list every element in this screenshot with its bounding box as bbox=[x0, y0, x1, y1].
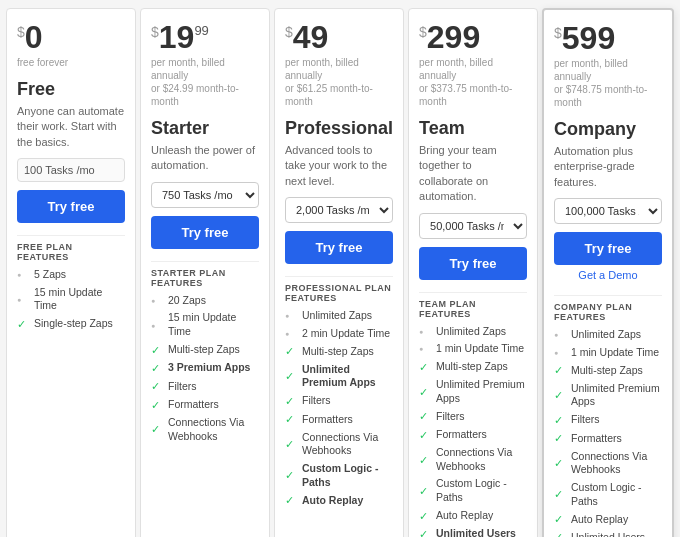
feature-text: Formatters bbox=[436, 428, 487, 442]
features-header: FREE PLAN FEATURES bbox=[17, 242, 125, 262]
feature-item: ✓Multi-step Zaps bbox=[419, 360, 527, 374]
feature-item: ●15 min Update Time bbox=[17, 286, 125, 313]
price-line: $299 bbox=[419, 21, 527, 53]
plan-card-free: $0free foreverFreeAnyone can automate th… bbox=[6, 8, 136, 537]
divider bbox=[151, 261, 259, 262]
plan-card-company: $599per month, billed annually or $748.7… bbox=[542, 8, 674, 537]
try-free-button-professional[interactable]: Try free bbox=[285, 231, 393, 264]
check-icon: ✓ bbox=[554, 363, 567, 377]
try-free-button-free[interactable]: Try free bbox=[17, 190, 125, 223]
pricing-container: $0free foreverFreeAnyone can automate th… bbox=[0, 0, 680, 537]
feature-item: ✓Filters bbox=[554, 413, 662, 427]
feature-item: ✓Connections Via Webhooks bbox=[419, 446, 527, 473]
feature-text: Auto Replay bbox=[436, 509, 493, 523]
check-icon: ✓ bbox=[151, 379, 164, 393]
feature-text: Custom Logic - Paths bbox=[571, 481, 662, 508]
price-line: $49 bbox=[285, 21, 393, 53]
features-header: PROFESSIONAL PLAN FEATURES bbox=[285, 283, 393, 303]
feature-item: ✓Formatters bbox=[554, 431, 662, 445]
plan-desc: Automation plus enterprise-grade feature… bbox=[554, 144, 662, 190]
try-free-button-team[interactable]: Try free bbox=[419, 247, 527, 280]
feature-text: 1 min Update Time bbox=[436, 342, 524, 356]
feature-item: ✓Formatters bbox=[419, 428, 527, 442]
currency-symbol: $ bbox=[151, 25, 159, 39]
feature-item: ✓Filters bbox=[285, 394, 393, 408]
feature-item: ●2 min Update Time bbox=[285, 327, 393, 341]
feature-text: Multi-step Zaps bbox=[571, 364, 643, 378]
dot-icon: ● bbox=[554, 330, 567, 339]
feature-item: ✓Connections Via Webhooks bbox=[285, 431, 393, 458]
plan-desc: Unleash the power of automation. bbox=[151, 143, 259, 174]
price-sub: per month, billed annually or $24.99 mon… bbox=[151, 56, 259, 108]
check-icon: ✓ bbox=[419, 428, 432, 442]
price-sub: free forever bbox=[17, 56, 125, 69]
check-icon: ✓ bbox=[554, 512, 567, 526]
price-block: $49per month, billed annually or $61.25 … bbox=[285, 21, 393, 108]
feature-item: ✓Unlimited Users bbox=[554, 530, 662, 537]
price-sub: per month, billed annually or $748.75 mo… bbox=[554, 57, 662, 109]
tasks-select[interactable]: 50,000 Tasks /mo bbox=[419, 213, 527, 239]
check-icon: ✓ bbox=[419, 385, 432, 399]
feature-item: ✓Formatters bbox=[151, 398, 259, 412]
dot-icon: ● bbox=[554, 348, 567, 357]
check-icon: ✓ bbox=[285, 493, 298, 507]
tasks-static: 100 Tasks /mo bbox=[17, 158, 125, 182]
price-amount: 599 bbox=[562, 22, 615, 54]
check-icon: ✓ bbox=[419, 484, 432, 498]
get-demo-link[interactable]: Get a Demo bbox=[554, 269, 662, 281]
feature-text: Multi-step Zaps bbox=[168, 343, 240, 357]
feature-text: Unlimited Zaps bbox=[302, 309, 372, 323]
currency-symbol: $ bbox=[17, 25, 25, 39]
check-icon: ✓ bbox=[17, 317, 30, 331]
feature-text: Auto Replay bbox=[571, 513, 628, 527]
feature-item: ✓Multi-step Zaps bbox=[151, 343, 259, 357]
features-header: TEAM PLAN FEATURES bbox=[419, 299, 527, 319]
price-amount: 49 bbox=[293, 21, 329, 53]
feature-text: Unlimited Zaps bbox=[571, 328, 641, 342]
check-icon: ✓ bbox=[285, 344, 298, 358]
feature-text: Formatters bbox=[168, 398, 219, 412]
check-icon: ✓ bbox=[285, 468, 298, 482]
feature-item: ✓Filters bbox=[151, 379, 259, 393]
feature-item: ✓Auto Replay bbox=[419, 509, 527, 523]
feature-text: 3 Premium Apps bbox=[168, 361, 250, 375]
tasks-select[interactable]: 100,000 Tasks /mo bbox=[554, 198, 662, 224]
feature-item: ✓Multi-step Zaps bbox=[285, 344, 393, 358]
tasks-select[interactable]: 2,000 Tasks /mo bbox=[285, 197, 393, 223]
feature-item: ●20 Zaps bbox=[151, 294, 259, 308]
feature-item: ✓Connections Via Webhooks bbox=[554, 450, 662, 477]
price-amount: 19 bbox=[159, 21, 195, 53]
feature-item: ✓Unlimited Premium Apps bbox=[554, 382, 662, 409]
feature-item: ✓Formatters bbox=[285, 412, 393, 426]
price-sub: per month, billed annually or $373.75 mo… bbox=[419, 56, 527, 108]
feature-item: ●1 min Update Time bbox=[419, 342, 527, 356]
feature-text: Unlimited Users bbox=[571, 531, 645, 537]
feature-item: ✓Auto Replay bbox=[285, 493, 393, 507]
try-free-button-company[interactable]: Try free bbox=[554, 232, 662, 265]
price-block: $299per month, billed annually or $373.7… bbox=[419, 21, 527, 108]
plan-name: Starter bbox=[151, 118, 259, 139]
price-line: $599 bbox=[554, 22, 662, 54]
check-icon: ✓ bbox=[554, 530, 567, 537]
currency-symbol: $ bbox=[285, 25, 293, 39]
check-icon: ✓ bbox=[554, 413, 567, 427]
price-block: $0free forever bbox=[17, 21, 125, 69]
try-free-button-starter[interactable]: Try free bbox=[151, 216, 259, 249]
check-icon: ✓ bbox=[419, 509, 432, 523]
divider bbox=[285, 276, 393, 277]
feature-text: Custom Logic - Paths bbox=[302, 462, 393, 489]
feature-item: ●5 Zaps bbox=[17, 268, 125, 282]
plan-name: Free bbox=[17, 79, 125, 100]
feature-text: Unlimited Premium Apps bbox=[436, 378, 527, 405]
feature-text: Filters bbox=[302, 394, 331, 408]
feature-text: Filters bbox=[436, 410, 465, 424]
tasks-select[interactable]: 750 Tasks /mo bbox=[151, 182, 259, 208]
check-icon: ✓ bbox=[554, 388, 567, 402]
check-icon: ✓ bbox=[151, 398, 164, 412]
feature-text: 2 min Update Time bbox=[302, 327, 390, 341]
plan-desc: Anyone can automate their work. Start wi… bbox=[17, 104, 125, 150]
feature-item: ✓Multi-step Zaps bbox=[554, 363, 662, 377]
price-block: $599per month, billed annually or $748.7… bbox=[554, 22, 662, 109]
currency-symbol: $ bbox=[419, 25, 427, 39]
feature-item: ✓Single-step Zaps bbox=[17, 317, 125, 331]
